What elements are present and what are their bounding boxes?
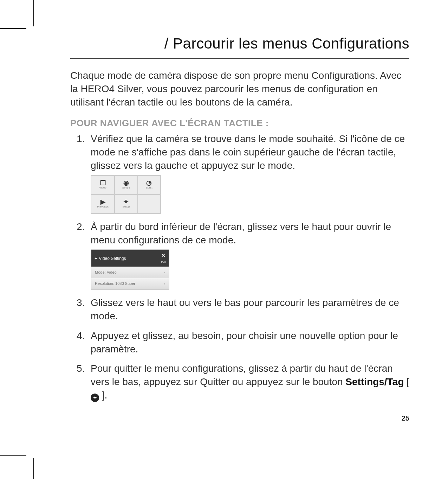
- video-icon: ❐: [92, 180, 113, 186]
- step-text: Vérifiez que la caméra se trouve dans le…: [91, 133, 405, 171]
- mode-cell-empty: [138, 194, 161, 213]
- step-text: Appuyez et glissez, au besoin, pour choi…: [91, 330, 398, 355]
- settings-tag-label: Settings/Tag: [345, 376, 404, 387]
- tag-icon: ✦: [91, 394, 99, 402]
- steps-list: Vérifiez que la caméra se trouve dans le…: [77, 132, 409, 402]
- settings-row-label: Resolution: 1080 Super: [95, 281, 135, 286]
- crop-mark: [33, 0, 34, 26]
- step-2: À partir du bord inférieur de l'écran, g…: [77, 220, 409, 290]
- burst-icon: ◔: [139, 180, 160, 186]
- step-4: Appuyez et glissez, au besoin, pour choi…: [77, 329, 409, 356]
- manual-page: / Parcourir les menus Configurations Cha…: [0, 0, 448, 479]
- wrench-icon: ✦: [116, 199, 137, 205]
- settings-panel-title: Video Settings: [99, 256, 126, 261]
- bracket-close: ].: [99, 390, 107, 401]
- step-1: Vérifiez que la caméra se trouve dans le…: [77, 132, 409, 213]
- step-5: Pour quitter le menu configurations, gli…: [77, 362, 409, 402]
- step-text: Glissez vers le haut ou vers le bas pour…: [91, 297, 399, 321]
- mode-cell-setup: ✦ Setup: [115, 194, 138, 213]
- mode-label: Single: [122, 186, 130, 189]
- page-number: 25: [402, 414, 409, 422]
- crop-mark: [33, 458, 34, 479]
- page-title: / Parcourir les menus Configurations: [70, 35, 409, 59]
- settings-row-label: Mode: Video: [95, 270, 117, 275]
- crop-mark: [0, 28, 26, 29]
- camera-icon: ◉: [116, 180, 137, 186]
- mode-grid-thumbnail: ❐ Video ◉ Single ◔ Burst: [91, 175, 409, 214]
- intro-paragraph: Chaque mode de caméra dispose de son pro…: [70, 69, 409, 109]
- section-heading: POUR NAVIGUER AVEC L'ÉCRAN TACTILE :: [70, 118, 409, 129]
- mode-cell-single: ◉ Single: [115, 175, 138, 194]
- step-3: Glissez vers le haut ou vers le bas pour…: [77, 296, 409, 323]
- mode-label: Video: [99, 186, 106, 189]
- settings-row: Mode: Video ›: [91, 267, 169, 278]
- chevron-right-icon: ›: [164, 281, 165, 286]
- exit-icon: ✕Exit: [161, 252, 166, 264]
- mode-cell-video: ❐ Video: [91, 175, 115, 194]
- settings-panel: ✦ Video Settings ✕Exit Mode: Video › Res…: [91, 249, 169, 290]
- mode-cell-playback: ▶ Playback: [91, 194, 115, 213]
- mode-label: Burst: [146, 186, 152, 189]
- chevron-right-icon: ›: [164, 270, 165, 275]
- crop-mark: [0, 455, 26, 456]
- mode-cell-burst: ◔ Burst: [138, 175, 161, 194]
- step-text: À partir du bord inférieur de l'écran, g…: [91, 221, 391, 245]
- page-content: / Parcourir les menus Configurations Cha…: [70, 35, 409, 408]
- mode-label: Setup: [123, 205, 130, 208]
- play-icon: ▶: [92, 199, 113, 205]
- mode-grid: ❐ Video ◉ Single ◔ Burst: [91, 175, 161, 214]
- settings-panel-header: ✦ Video Settings ✕Exit: [91, 250, 169, 267]
- mode-label: Playback: [97, 205, 108, 208]
- wrench-icon: ✦ Video Settings: [94, 256, 126, 261]
- settings-row: Resolution: 1080 Super ›: [91, 278, 169, 289]
- bracket-open: [: [404, 376, 409, 387]
- settings-panel-thumbnail: ✦ Video Settings ✕Exit Mode: Video › Res…: [91, 249, 409, 290]
